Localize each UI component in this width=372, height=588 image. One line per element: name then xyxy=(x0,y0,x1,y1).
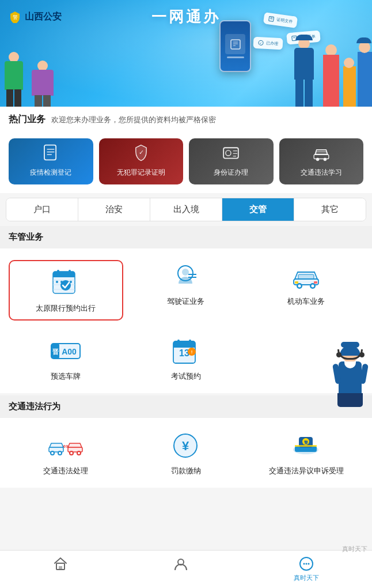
taiyuan-limit-icon-box xyxy=(48,267,83,299)
two-cars-icon: ⇔ xyxy=(48,431,83,460)
document-list-icon xyxy=(40,143,61,162)
shield-check-icon: ✓ xyxy=(131,143,151,162)
svg-rect-34 xyxy=(69,270,71,274)
svg-line-7 xyxy=(270,18,272,19)
svg-line-6 xyxy=(270,18,272,18)
service-plate-preselect[interactable]: 晋 A00 预选车牌 xyxy=(9,335,123,382)
svg-text:晋: 晋 xyxy=(52,348,59,355)
svg-rect-49 xyxy=(314,281,317,284)
quick-link-idcard[interactable]: 身份证办理 xyxy=(189,138,274,184)
svg-point-35 xyxy=(56,281,58,283)
svg-point-87 xyxy=(308,563,310,565)
quick-links-grid: 疫情检测登记 ✓ 无犯罪记录证明 身份证办理 xyxy=(0,133,372,193)
svg-point-86 xyxy=(306,563,308,565)
svg-point-64 xyxy=(51,452,54,454)
svg-rect-48 xyxy=(295,281,298,284)
header-org-name: 山西公安 xyxy=(25,11,62,23)
svg-point-69 xyxy=(70,452,73,454)
float-card-3: ✓ 已办理 xyxy=(253,37,283,50)
violation-section-header: 交通违法行为 xyxy=(0,395,372,418)
violation-appeal-label: 交通违法异议申诉受理 xyxy=(269,466,344,476)
float-card-1: 证明文件 xyxy=(263,12,298,28)
banner-figures xyxy=(289,32,372,107)
quick-link-nocrime[interactable]: ✓ 无犯罪记录证明 xyxy=(99,138,184,184)
exam-booking-icon-box: 13 ! xyxy=(169,335,203,367)
car-services-row1: 太原限行预约出行 驾驶证业务 xyxy=(0,248,372,332)
nav-chat-label: 真时天下 xyxy=(294,574,319,582)
svg-point-18 xyxy=(226,150,231,156)
svg-point-66 xyxy=(59,452,61,454)
svg-point-39 xyxy=(182,269,189,276)
svg-rect-82 xyxy=(59,566,62,570)
shield-icon: 警 xyxy=(9,10,21,23)
service-driving-license[interactable]: 驾驶证业务 xyxy=(129,260,244,321)
category-tabs: 户口 治安 出入境 交管 其它 xyxy=(6,198,366,221)
service-motor-vehicle[interactable]: 机动车业务 xyxy=(249,260,363,321)
svg-point-46 xyxy=(312,284,314,287)
taiyuan-limit-label: 太原限行预约出行 xyxy=(36,303,96,314)
watermark: 真时天下 xyxy=(342,545,367,553)
tab-hukou[interactable]: 户口 xyxy=(6,198,78,221)
rmb-circle-icon: ¥ xyxy=(170,431,202,460)
svg-point-37 xyxy=(70,281,72,283)
svg-point-44 xyxy=(298,284,301,287)
service-taiyuan-limit[interactable]: 太原限行预约出行 xyxy=(9,260,123,321)
hot-services-label: 热门业务 xyxy=(9,114,45,126)
svg-rect-22 xyxy=(314,154,329,159)
svg-rect-58 xyxy=(189,340,191,344)
tab-traffic[interactable]: 交管 xyxy=(222,198,294,221)
plate-preselect-label: 预选车牌 xyxy=(51,371,81,382)
svg-point-24 xyxy=(323,158,327,161)
svg-rect-12 xyxy=(44,145,56,160)
svg-rect-47 xyxy=(298,274,314,279)
violation-section-title: 交通违法行为 xyxy=(9,401,60,412)
quick-link-traffic[interactable]: 交通违法学习 xyxy=(279,138,364,184)
motor-vehicle-icon-box xyxy=(289,260,324,292)
nocrime-label: 无犯罪记录证明 xyxy=(117,165,165,180)
header-banner: 警 山西公安 一网通办 证明文件 申请表单 ✓ 已办理 xyxy=(0,0,372,107)
epidemic-label: 疫情检测登记 xyxy=(30,165,71,180)
svg-text:⇔: ⇔ xyxy=(63,442,69,450)
svg-text:警: 警 xyxy=(13,14,18,20)
svg-rect-56 xyxy=(173,346,195,348)
svg-text:✓: ✓ xyxy=(259,42,262,45)
plate-preselect-icon-box: 晋 A00 xyxy=(48,335,83,367)
user-icon xyxy=(173,556,188,571)
nav-user[interactable] xyxy=(173,556,188,582)
fine-pay-label: 罚款缴纳 xyxy=(171,466,201,476)
svg-text:!: ! xyxy=(191,349,193,355)
car-services-row2: 晋 A00 预选车牌 13 ! 考试预约 xyxy=(0,332,372,393)
svg-rect-80 xyxy=(295,445,317,447)
idcard-label: 身份证办理 xyxy=(214,165,248,180)
svg-rect-57 xyxy=(177,340,180,344)
nav-home[interactable] xyxy=(53,556,68,582)
service-violation-handle[interactable]: ⇔ 交通违法处理 xyxy=(9,429,123,476)
fine-pay-icon-box: ¥ xyxy=(169,429,203,461)
tab-other[interactable]: 其它 xyxy=(294,198,366,221)
plate-icon: 晋 A00 xyxy=(48,337,83,365)
quick-link-epidemic[interactable]: 疫情检测登记 xyxy=(9,138,93,184)
nav-chat[interactable]: 真时天下 xyxy=(294,556,319,582)
banner-left-figures xyxy=(0,43,58,107)
exam-calendar-icon: 13 ! xyxy=(170,337,202,365)
tab-zhian[interactable]: 治安 xyxy=(78,198,150,221)
id-card-icon xyxy=(221,143,241,162)
customer-service-avatar xyxy=(332,346,369,407)
tab-border[interactable]: 出入境 xyxy=(150,198,222,221)
header-logo-area: 警 山西公安 xyxy=(9,10,62,23)
calendar-car-icon xyxy=(50,269,82,297)
hot-services-notice: 欢迎您来办理业务，您所提供的资料均被严格保密 xyxy=(51,115,216,125)
service-exam-booking[interactable]: 13 ! 考试预约 xyxy=(129,335,244,382)
phone-mockup xyxy=(219,20,251,72)
svg-point-85 xyxy=(303,563,305,565)
svg-text:警: 警 xyxy=(304,440,309,444)
hot-services-bar: 热门业务 欢迎您来办理业务，您所提供的资料均被严格保密 xyxy=(0,107,372,133)
violation-appeal-icon-box: 警 xyxy=(289,429,324,461)
violation-services-grid: ⇔ 交通违法处理 ¥ 罚款缴纳 警 xyxy=(0,418,372,488)
service-violation-appeal[interactable]: 警 交通违法异议申诉受理 xyxy=(249,429,363,476)
exam-booking-label: 考试预约 xyxy=(171,371,201,382)
bottom-navigation: 真时天下 xyxy=(0,550,372,588)
car-section-header: 车管业务 xyxy=(0,226,372,248)
svg-rect-25 xyxy=(316,152,327,155)
service-fine-pay[interactable]: ¥ 罚款缴纳 xyxy=(129,429,244,476)
